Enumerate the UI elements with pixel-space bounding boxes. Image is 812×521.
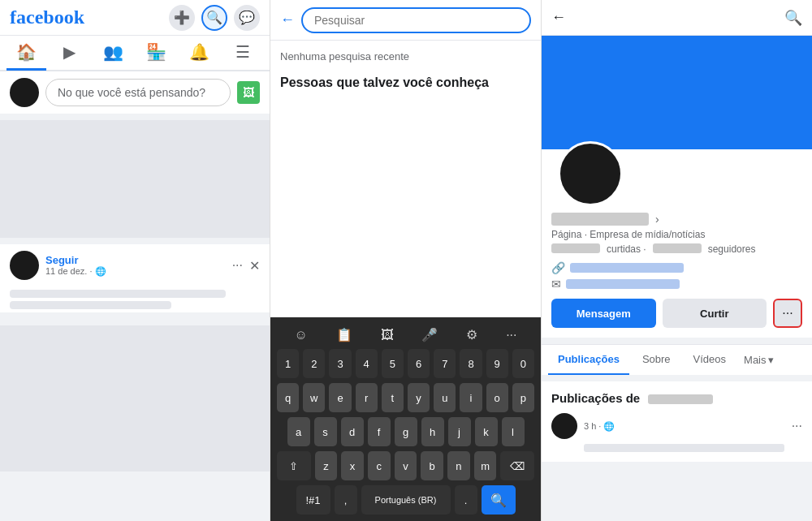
nav-home[interactable]: 🏠 [6,35,46,71]
profile-nav-bar: ← 🔍 [542,0,812,36]
tab-more[interactable]: Mais ▾ [739,345,778,375]
profile-name-chevron-icon[interactable]: › [655,213,659,226]
post-author-name[interactable]: Seguir [45,254,226,266]
kb-row-zxcv: ⇧ z x c v b n m ⌫ [277,451,534,480]
email-icon: ✉ [551,278,561,291]
feed-image-placeholder [0,120,270,238]
like-button[interactable]: Curtir [663,299,767,328]
key-s[interactable]: s [314,417,337,446]
nav-video[interactable]: ▶ [50,35,89,71]
key-u[interactable]: u [434,383,456,412]
key-1[interactable]: 1 [277,349,299,378]
key-q[interactable]: q [277,383,299,412]
key-8[interactable]: 8 [460,349,482,378]
mini-post-time: 3 h · 🌐 [584,421,785,432]
mini-post-avatar [551,413,577,439]
key-a[interactable]: a [287,417,310,446]
key-backspace[interactable]: ⌫ [500,451,534,480]
key-9[interactable]: 9 [486,349,508,378]
key-d[interactable]: d [341,417,364,446]
likes-label: curtidas · [607,243,646,255]
kb-row-numbers: 1 2 3 4 5 6 7 8 9 0 [277,349,534,378]
profile-back-arrow[interactable]: ← [551,9,566,26]
mic-key[interactable]: 🎤 [421,327,438,342]
key-numpad[interactable]: !#1 [296,485,330,515]
more-options-icon[interactable]: ··· [232,258,243,273]
search-input[interactable] [301,7,531,33]
message-button[interactable]: Mensagem [551,299,656,328]
post-text-line-2 [10,301,171,309]
tab-publications[interactable]: Publicações [548,345,629,375]
post-input[interactable]: No que você está pensando? [45,79,231,106]
nav-marketplace[interactable]: 🏪 [136,35,176,71]
more-options-button[interactable]: ··· [773,299,802,328]
key-p[interactable]: p [512,383,534,412]
profile-info: › Página · Empresa de mídia/notícias cur… [542,190,812,338]
key-f[interactable]: f [368,417,391,446]
nav-friends[interactable]: 👥 [93,35,133,71]
key-3[interactable]: 3 [329,349,351,378]
posts-section: Publicações de 3 h · 🌐 ··· [542,381,812,462]
search-content: Nenhuma pesquisa recente Pessoas que tal… [270,41,541,317]
key-n[interactable]: n [447,451,470,480]
nav-menu[interactable]: ☰ [223,35,263,71]
key-b[interactable]: b [421,451,443,480]
profile-actions: Mensagem Curtir ··· [551,299,802,328]
photo-icon[interactable]: 🖼 [237,81,260,104]
emoji-key[interactable]: ☺ [294,328,307,342]
tab-about[interactable]: Sobre [633,345,680,375]
key-v[interactable]: v [395,451,417,480]
clipboard-key[interactable]: 📋 [336,327,352,342]
key-y[interactable]: y [408,383,430,412]
image-key[interactable]: 🖼 [381,328,394,342]
profile-avatar [558,141,623,206]
key-5[interactable]: 5 [382,349,404,378]
messenger-icon[interactable]: 💬 [234,5,260,31]
profile-panel: ← 🔍 › Página · Empresa de mídia/notícias… [542,0,812,521]
key-o[interactable]: o [486,383,508,412]
key-c[interactable]: c [368,451,391,480]
profile-name-blur [551,213,649,226]
key-w[interactable]: w [303,383,325,412]
more-key[interactable]: ··· [506,328,516,342]
key-j[interactable]: j [448,417,471,446]
key-search[interactable]: 🔍 [482,485,516,515]
kb-row-asdf: a s d f g h j k l [277,417,534,446]
post-header: Seguir 11 de dez. · 🌐 ··· ✕ [0,244,270,286]
back-arrow-icon[interactable]: ← [280,11,295,28]
key-g[interactable]: g [395,417,417,446]
key-x[interactable]: x [341,451,364,480]
key-space[interactable]: Português (BR) [361,485,451,515]
key-period[interactable]: . [455,485,477,515]
tab-videos[interactable]: Vídeos [684,345,736,375]
key-4[interactable]: 4 [356,349,378,378]
settings-key[interactable]: ⚙ [466,327,477,342]
add-icon[interactable]: ➕ [169,5,195,31]
key-m[interactable]: m [474,451,497,480]
profile-tabs: Publicações Sobre Vídeos Mais ▾ [542,344,812,375]
key-h[interactable]: h [421,417,444,446]
key-t[interactable]: t [382,383,404,412]
key-r[interactable]: r [356,383,378,412]
post-actions: ··· ✕ [232,258,260,273]
key-comma[interactable]: , [335,485,357,515]
profile-search-icon[interactable]: 🔍 [784,9,802,27]
search-icon[interactable]: 🔍 [201,5,227,31]
key-l[interactable]: l [502,417,525,446]
key-k[interactable]: k [475,417,498,446]
key-0[interactable]: 0 [512,349,534,378]
key-2[interactable]: 2 [303,349,325,378]
key-7[interactable]: 7 [434,349,456,378]
post-date: 11 de dez. · 🌐 [45,266,226,277]
key-shift[interactable]: ⇧ [277,451,311,480]
post-meta: Seguir 11 de dez. · 🌐 [45,254,226,277]
close-post-icon[interactable]: ✕ [249,258,260,273]
mini-post-more-icon[interactable]: ··· [792,419,802,433]
nav-notifications[interactable]: 🔔 [179,35,219,71]
key-z[interactable]: z [315,451,338,480]
key-6[interactable]: 6 [408,349,430,378]
key-e[interactable]: e [329,383,351,412]
key-i[interactable]: i [460,383,482,412]
kb-row-qwerty: q w e r t y u i o p [277,383,534,412]
profile-link-blur-2 [566,279,680,289]
